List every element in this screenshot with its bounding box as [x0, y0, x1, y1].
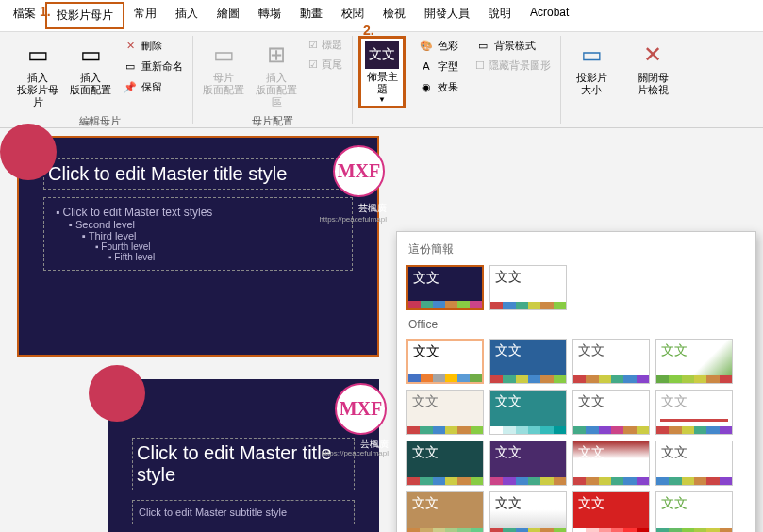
theme-swatch[interactable]: 文文 [572, 339, 650, 384]
fonts-icon: A [419, 58, 434, 74]
mxf-logo: MXF [333, 145, 385, 197]
theme-swatch[interactable]: 文文 [489, 441, 567, 486]
theme-swatch[interactable]: 文文 [406, 441, 484, 486]
slide-master-icon: ▭ [23, 40, 53, 70]
rename-button[interactable]: ▭重新命名 [119, 57, 187, 75]
fonts-button[interactable]: A字型 [415, 57, 462, 75]
preserve-icon: 📌 [123, 79, 138, 94]
menu-home[interactable]: 常用 [124, 2, 166, 29]
layout-icon: ▭ [75, 40, 106, 70]
placeholder-icon: ⊞ [261, 40, 291, 70]
title-checkbox: ☑標題 [305, 36, 346, 54]
insert-slide-master-button[interactable]: ▭ 插入 投影片母片 [13, 36, 62, 112]
theme-swatch[interactable]: 文文 [489, 491, 567, 532]
group-layout-label: 母片配置 [199, 112, 346, 128]
logo-subtitle: 芸楓廣 [358, 202, 387, 215]
annotation-1: 1. [40, 4, 51, 19]
theme-swatch[interactable]: 文文 [572, 491, 650, 532]
menu-help[interactable]: 說明 [479, 2, 521, 29]
hide-bg-checkbox: ☐隱藏背景圖形 [472, 57, 555, 75]
theme-swatch[interactable]: 文文 [572, 441, 650, 486]
colors-button[interactable]: 🎨色彩 [415, 36, 462, 55]
theme-swatch[interactable]: 文文 [489, 390, 567, 435]
checkbox-icon: ☑ [308, 58, 318, 71]
theme-swatch[interactable]: 文文 [489, 265, 567, 310]
theme-swatch[interactable]: 文文 [572, 390, 650, 435]
close-icon: ✕ [638, 40, 668, 70]
insert-placeholder-button: ⊞ 插入 版面配置區 [252, 36, 301, 112]
theme-swatch[interactable]: 文文 [406, 491, 484, 532]
menu-insert[interactable]: 插入 [166, 2, 207, 29]
layout-title[interactable]: Click to edit Master title style [132, 438, 355, 490]
colors-icon: 🎨 [419, 38, 434, 53]
menu-draw[interactable]: 繪圖 [207, 2, 249, 29]
dd-section-this: 這份簡報 [403, 238, 750, 261]
theme-swatch[interactable]: 文文 [655, 390, 733, 435]
menu-transitions[interactable]: 轉場 [249, 2, 290, 29]
slide-size-button[interactable]: ▭ 投影片 大小 [567, 36, 616, 100]
themes-icon: 文文 [365, 41, 399, 69]
theme-swatch[interactable]: 文文 [489, 339, 567, 384]
mxf-logo: MXF [335, 383, 387, 435]
bg-icon: ▭ [475, 38, 490, 53]
theme-swatch[interactable]: 文文 [655, 491, 733, 532]
insert-layout-button[interactable]: ▭ 插入 版面配置 [66, 36, 115, 100]
menu-developer[interactable]: 開發人員 [415, 2, 479, 29]
logo-url: https://peacefulmapl [321, 449, 389, 457]
layout-slide-thumb[interactable]: MXF 芸楓廣 https://peacefulmapl Click to ed… [17, 379, 379, 532]
theme-swatch-current[interactable]: 文文 [406, 265, 484, 310]
master-layout-button: ▭ 母片 版面配置 [199, 36, 248, 100]
menu-view[interactable]: 檢視 [373, 2, 415, 29]
checkbox-icon: ☑ [308, 39, 318, 51]
effects-button[interactable]: ◉效果 [415, 77, 462, 96]
menu-slide-master[interactable]: 投影片母片 [45, 2, 124, 29]
preserve-button[interactable]: 📌保留 [119, 77, 187, 96]
chevron-down-icon: ▼ [378, 95, 386, 104]
ribbon: ▭ 插入 投影片母片 ▭ 插入 版面配置 ✕刪除 ▭重新命名 📌保留 編輯母片 … [0, 32, 763, 128]
menu-animations[interactable]: 動畫 [290, 2, 332, 29]
menubar: 檔案 投影片母片 常用 插入 繪圖 轉場 動畫 校閱 檢視 開發人員 說明 Ac… [0, 0, 763, 32]
checkbox-icon: ☐ [475, 59, 485, 72]
delete-icon: ✕ [123, 38, 138, 53]
master-slide-thumb[interactable]: MXF 芸楓廣 https://peacefulmapl Click to ed… [17, 136, 379, 357]
theme-swatch[interactable]: 文文 [655, 441, 733, 486]
decorative-circle [89, 365, 145, 422]
themes-button[interactable]: 文文 佈景主題 ▼ [358, 36, 406, 108]
theme-swatch[interactable]: 文文 [406, 339, 484, 384]
slide-thumbnails: MXF 芸楓廣 https://peacefulmapl Click to ed… [0, 128, 396, 532]
slide-size-icon: ▭ [576, 40, 606, 70]
decorative-circle [0, 124, 57, 180]
master-layout-icon: ▭ [208, 40, 239, 70]
theme-swatch[interactable]: 文文 [655, 339, 733, 384]
delete-button[interactable]: ✕刪除 [119, 36, 187, 55]
master-title[interactable]: Click to edit Master title style [43, 158, 353, 190]
rename-icon: ▭ [123, 58, 138, 74]
layout-subtitle[interactable]: Click to edit Master subtitle style [132, 500, 355, 524]
annotation-2: 2. [363, 23, 374, 38]
close-master-button[interactable]: ✕ 關閉母 片檢視 [628, 36, 677, 100]
footer-checkbox: ☑頁尾 [305, 56, 346, 74]
theme-swatch[interactable]: 文文 [406, 390, 484, 435]
dd-section-office: Office [403, 314, 750, 335]
logo-url: https://peacefulmapl [319, 215, 387, 224]
menu-acrobat[interactable]: Acrobat [521, 2, 578, 29]
themes-dropdown: 這份簡報 文文 文文 Office 文文 文文 文文 文文 文文 文文 文文 文… [396, 231, 756, 532]
effects-icon: ◉ [419, 79, 434, 94]
master-body[interactable]: Click to edit Master text styles Second … [43, 197, 353, 271]
bg-styles-button[interactable]: ▭背景樣式 [472, 36, 555, 55]
